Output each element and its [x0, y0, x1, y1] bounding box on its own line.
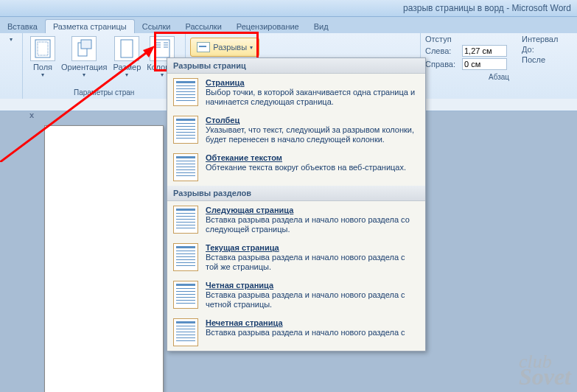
break-text-wrapping[interactable]: Обтекание текстомОбтекание текста вокруг…: [167, 149, 425, 186]
indent-right-input[interactable]: [462, 58, 507, 70]
size-icon: [114, 36, 139, 61]
breaks-dropdown: Разрывы страниц СтраницаВыбор точки, в к…: [167, 57, 426, 351]
indent-left-input[interactable]: [462, 45, 507, 57]
tab-view[interactable]: Вид: [307, 20, 336, 33]
page-breaks-header: Разрывы страниц: [167, 58, 425, 74]
indent-right-label: Справа:: [425, 60, 462, 69]
column-break-icon: [173, 116, 198, 144]
paragraph-label: Абзац: [425, 71, 573, 83]
breaks-icon: [197, 42, 210, 52]
page-break-icon: [173, 78, 198, 106]
tab-page-layout[interactable]: Разметка страницы: [45, 19, 135, 33]
document-page[interactable]: [44, 125, 164, 392]
tab-links[interactable]: Ссылки: [135, 20, 178, 33]
tab-review[interactable]: Рецензирование: [229, 20, 307, 33]
even-page-icon: [173, 281, 198, 309]
spacing-after-label: После: [522, 55, 559, 64]
page-setup-group: Поля▾ Ориентация▾ Размер▾ Колонки▾ Парам…: [23, 33, 186, 99]
close-pane-button[interactable]: x: [29, 111, 34, 119]
section-breaks-header: Разрывы разделов: [167, 186, 425, 201]
margins-button[interactable]: Поля▾: [27, 35, 58, 80]
section-odd-page[interactable]: Нечетная страницаВставка разрыва раздела…: [167, 314, 425, 351]
themes-button[interactable]: ▾: [7, 35, 15, 44]
svg-rect-4: [121, 40, 133, 57]
svg-rect-3: [81, 40, 91, 49]
breaks-button[interactable]: Разрывы ▾: [190, 38, 259, 57]
break-page[interactable]: СтраницаВыбор точки, в которой заканчива…: [167, 74, 425, 111]
continuous-icon: [173, 243, 198, 271]
themes-group: ▾: [0, 33, 23, 99]
section-next-page[interactable]: Следующая страницаВставка разрыва раздел…: [167, 201, 425, 239]
margins-icon: [30, 36, 55, 61]
odd-page-icon: [173, 318, 198, 346]
tab-insert[interactable]: Вставка: [0, 20, 45, 33]
window-title: разрыв страницы в ворд - Microsoft Word: [403, 3, 571, 13]
orientation-button[interactable]: Ориентация▾: [58, 35, 110, 80]
size-button[interactable]: Размер▾: [110, 35, 144, 80]
spacing-before-label: До:: [522, 45, 559, 54]
tab-mailings[interactable]: Рассылки: [178, 20, 228, 33]
title-bar: разрыв страницы в ворд - Microsoft Word: [0, 0, 577, 16]
indent-left-label: Слева:: [425, 46, 462, 55]
orientation-icon: [71, 36, 97, 61]
text-wrap-break-icon: [173, 153, 198, 181]
section-continuous[interactable]: Текущая страницаВставка разрыва раздела …: [167, 239, 425, 276]
next-page-icon: [173, 206, 198, 234]
page-setup-label: Параметры стран: [74, 87, 134, 98]
break-column[interactable]: СтолбецУказывает, что текст, следующий з…: [167, 111, 425, 149]
section-even-page[interactable]: Четная страницаВставка разрыва раздела и…: [167, 276, 425, 314]
paragraph-group: Отступ Слева: Справа: Интервал До: После…: [420, 33, 577, 99]
ribbon-tabs: Вставка Разметка страницы Ссылки Рассылк…: [0, 16, 577, 33]
